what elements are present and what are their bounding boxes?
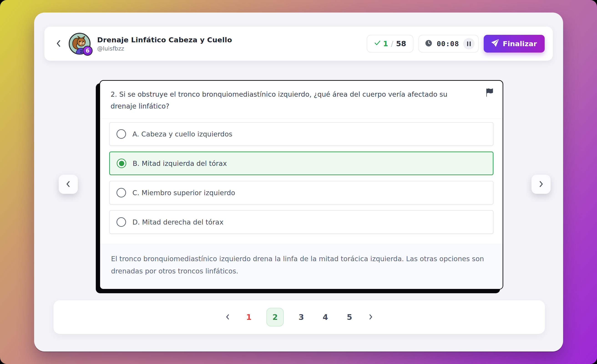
- page-3-button[interactable]: 3: [295, 308, 308, 326]
- option-d-label: D. Mitad derecha del tórax: [133, 218, 223, 226]
- desktop-background: Σ 6 Drenaje Linfático Cabeza y Cuello @l…: [0, 0, 597, 364]
- page-4-button[interactable]: 4: [319, 308, 332, 326]
- question-text: 2. Si se obstruye el tronco bronquiomedi…: [110, 88, 473, 112]
- page-5-button[interactable]: 5: [343, 308, 356, 326]
- quiz-header: Σ 6 Drenaje Linfático Cabeza y Cuello @l…: [44, 27, 553, 61]
- timer-pill: 00:08: [418, 35, 479, 53]
- prev-question-button[interactable]: [59, 175, 78, 194]
- chevron-right-icon: [537, 180, 545, 189]
- quiz-title: Drenaje Linfático Cabeza y Cuello: [97, 36, 232, 44]
- pagination-bar: 1 2 3 4 5: [54, 300, 545, 334]
- pause-button[interactable]: [463, 38, 475, 49]
- score-total: 58: [396, 39, 406, 48]
- option-c-label: C. Miembro superior izquierdo: [133, 189, 235, 197]
- flag-question-button[interactable]: [485, 88, 494, 97]
- check-icon: [374, 39, 381, 48]
- quiz-author-username: @luisfbzz: [97, 45, 232, 52]
- finish-button[interactable]: Finalizar: [484, 35, 545, 53]
- option-a[interactable]: A. Cabeza y cuello izquierdos: [109, 122, 494, 146]
- pause-icon: [467, 41, 468, 46]
- finish-button-label: Finalizar: [503, 40, 537, 48]
- option-b-selected[interactable]: B. Mitad izquierda del tórax: [109, 151, 494, 175]
- radio-unselected-icon: [117, 188, 126, 198]
- question-card: 2. Si se obstruye el tronco bronquiomedi…: [99, 80, 503, 290]
- pagination-prev-button[interactable]: [224, 313, 231, 321]
- header-actions: 1 / 58 00:08: [367, 35, 545, 53]
- explanation-text: El tronco bronquiomediastínico izquierdo…: [111, 253, 492, 277]
- next-question-button[interactable]: [532, 175, 550, 194]
- chevron-left-icon: [54, 39, 63, 49]
- avatar: Σ 6: [69, 32, 91, 55]
- timer-value: 00:08: [437, 40, 459, 48]
- radio-unselected-icon: [117, 217, 126, 227]
- score-current: 1: [383, 39, 388, 48]
- clock-icon: [425, 39, 432, 48]
- back-button[interactable]: [54, 39, 63, 49]
- options-list: A. Cabeza y cuello izquierdos B. Mitad i…: [100, 119, 503, 244]
- option-c[interactable]: C. Miembro superior izquierdo: [109, 181, 494, 205]
- chevron-right-icon: [367, 313, 374, 321]
- chevron-left-icon: [224, 313, 231, 321]
- page-2-button-current[interactable]: 2: [267, 308, 284, 326]
- quiz-app-panel: Σ 6 Drenaje Linfático Cabeza y Cuello @l…: [34, 13, 563, 351]
- title-block: Drenaje Linfático Cabeza y Cuello @luisf…: [97, 36, 232, 52]
- svg-text:Σ: Σ: [80, 49, 83, 54]
- pagination-next-button[interactable]: [367, 313, 374, 321]
- explanation-panel: El tronco bronquiomediastínico izquierdo…: [100, 244, 503, 289]
- score-separator: /: [390, 39, 394, 48]
- option-b-label: B. Mitad izquierda del tórax: [133, 159, 227, 167]
- flag-icon: [485, 94, 494, 97]
- chevron-left-icon: [64, 180, 73, 189]
- radio-selected-icon: [117, 158, 126, 168]
- page-1-button[interactable]: 1: [242, 308, 256, 326]
- option-a-label: A. Cabeza y cuello izquierdos: [133, 130, 232, 138]
- level-badge: 6: [83, 46, 93, 56]
- score-pill: 1 / 58: [367, 35, 414, 53]
- radio-unselected-icon: [117, 129, 126, 139]
- paper-plane-icon: [491, 39, 499, 48]
- option-d[interactable]: D. Mitad derecha del tórax: [109, 210, 494, 234]
- question-header: 2. Si se obstruye el tronco bronquiomedi…: [100, 81, 503, 119]
